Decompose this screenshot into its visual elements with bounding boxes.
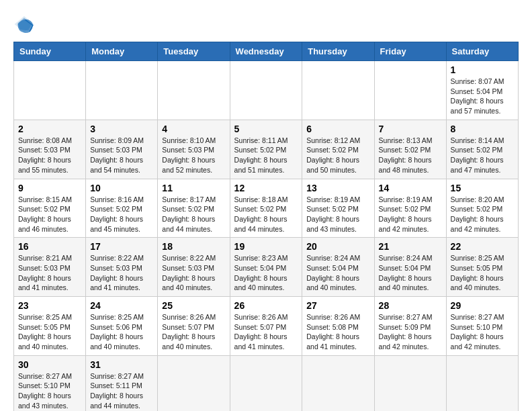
day-number: 27 (306, 300, 369, 311)
calendar-cell: 22 Sunrise: 8:25 AMSunset: 5:05 PMDaylig… (446, 238, 518, 297)
day-number: 16 (18, 241, 81, 252)
calendar-cell: 15 Sunrise: 8:20 AMSunset: 5:02 PMDaylig… (446, 179, 518, 238)
day-number: 29 (451, 300, 514, 311)
day-number: 31 (90, 359, 153, 370)
calendar-cell (158, 61, 230, 120)
calendar-cell: 24 Sunrise: 8:25 AMSunset: 5:06 PMDaylig… (86, 297, 158, 356)
day-detail: Sunrise: 8:17 AMSunset: 5:02 PMDaylight:… (162, 195, 225, 234)
calendar-cell (158, 355, 230, 411)
calendar-cell: 28 Sunrise: 8:27 AMSunset: 5:09 PMDaylig… (374, 297, 446, 356)
calendar-cell: 12 Sunrise: 8:18 AMSunset: 5:02 PMDaylig… (230, 179, 302, 238)
calendar-cell (302, 355, 374, 411)
day-detail: Sunrise: 8:07 AMSunset: 5:04 PMDaylight:… (451, 77, 514, 116)
calendar-day-header: Monday (86, 42, 158, 61)
calendar-cell: 10 Sunrise: 8:16 AMSunset: 5:02 PMDaylig… (86, 179, 158, 238)
day-detail: Sunrise: 8:27 AMSunset: 5:09 PMDaylight:… (379, 312, 442, 352)
calendar-cell: 7 Sunrise: 8:13 AMSunset: 5:02 PMDayligh… (374, 120, 446, 179)
calendar-week-row: 16 Sunrise: 8:21 AMSunset: 5:03 PMDaylig… (14, 238, 519, 297)
logo (13, 13, 39, 35)
calendar-cell (374, 61, 446, 120)
day-detail: Sunrise: 8:10 AMSunset: 5:03 PMDaylight:… (162, 136, 225, 175)
calendar-week-row: 23 Sunrise: 8:25 AMSunset: 5:05 PMDaylig… (14, 297, 519, 356)
calendar-day-header: Sunday (14, 42, 86, 61)
calendar-cell: 31 Sunrise: 8:27 AMSunset: 5:11 PMDaylig… (86, 355, 158, 411)
calendar-day-header: Friday (374, 42, 446, 61)
day-number: 2 (18, 124, 81, 134)
calendar-cell (230, 61, 302, 120)
day-detail: Sunrise: 8:26 AMSunset: 5:07 PMDaylight:… (234, 312, 298, 352)
calendar-cell: 2 Sunrise: 8:08 AMSunset: 5:03 PMDayligh… (14, 120, 86, 179)
calendar-cell: 21 Sunrise: 8:24 AMSunset: 5:04 PMDaylig… (374, 238, 446, 297)
page-header (13, 13, 519, 35)
day-detail: Sunrise: 8:27 AMSunset: 5:10 PMDaylight:… (451, 312, 514, 352)
day-detail: Sunrise: 8:25 AMSunset: 5:05 PMDaylight:… (18, 312, 81, 352)
day-number: 15 (451, 183, 514, 193)
day-detail: Sunrise: 8:19 AMSunset: 5:02 PMDaylight:… (379, 195, 442, 234)
day-detail: Sunrise: 8:08 AMSunset: 5:03 PMDaylight:… (18, 136, 81, 175)
calendar-cell: 4 Sunrise: 8:10 AMSunset: 5:03 PMDayligh… (158, 120, 230, 179)
calendar-cell: 16 Sunrise: 8:21 AMSunset: 5:03 PMDaylig… (14, 238, 86, 297)
calendar-day-header: Tuesday (158, 42, 230, 61)
calendar-cell: 20 Sunrise: 8:24 AMSunset: 5:04 PMDaylig… (302, 238, 374, 297)
calendar-cell: 1 Sunrise: 8:07 AMSunset: 5:04 PMDayligh… (446, 61, 518, 120)
calendar-week-row: 9 Sunrise: 8:15 AMSunset: 5:02 PMDayligh… (14, 179, 519, 238)
calendar-cell: 18 Sunrise: 8:22 AMSunset: 5:03 PMDaylig… (158, 238, 230, 297)
day-detail: Sunrise: 8:27 AMSunset: 5:10 PMDaylight:… (18, 371, 81, 411)
day-number: 4 (162, 124, 225, 134)
day-number: 13 (306, 183, 369, 193)
calendar-week-row: 1 Sunrise: 8:07 AMSunset: 5:04 PMDayligh… (14, 61, 519, 120)
day-number: 1 (451, 64, 514, 75)
day-detail: Sunrise: 8:23 AMSunset: 5:04 PMDaylight:… (234, 253, 298, 293)
day-number: 23 (18, 300, 81, 311)
day-detail: Sunrise: 8:24 AMSunset: 5:04 PMDaylight:… (306, 253, 369, 293)
day-detail: Sunrise: 8:11 AMSunset: 5:02 PMDaylight:… (234, 136, 298, 175)
day-number: 20 (306, 241, 369, 252)
day-number: 21 (379, 241, 442, 252)
day-number: 28 (379, 300, 442, 311)
calendar-day-header: Saturday (446, 42, 518, 61)
calendar-header-row: SundayMondayTuesdayWednesdayThursdayFrid… (14, 42, 519, 61)
day-number: 17 (90, 241, 153, 252)
day-number: 12 (234, 183, 298, 193)
day-detail: Sunrise: 8:26 AMSunset: 5:08 PMDaylight:… (306, 312, 369, 352)
calendar-cell (230, 355, 302, 411)
day-detail: Sunrise: 8:25 AMSunset: 5:05 PMDaylight:… (451, 253, 514, 293)
calendar-cell: 26 Sunrise: 8:26 AMSunset: 5:07 PMDaylig… (230, 297, 302, 356)
day-number: 8 (451, 124, 514, 134)
day-detail: Sunrise: 8:22 AMSunset: 5:03 PMDaylight:… (90, 253, 153, 293)
day-number: 24 (90, 300, 153, 311)
day-number: 26 (234, 300, 298, 311)
day-detail: Sunrise: 8:18 AMSunset: 5:02 PMDaylight:… (234, 195, 298, 234)
day-number: 5 (234, 124, 298, 134)
day-number: 18 (162, 241, 225, 252)
day-number: 19 (234, 241, 298, 252)
day-number: 10 (90, 183, 153, 193)
day-detail: Sunrise: 8:21 AMSunset: 5:03 PMDaylight:… (18, 253, 81, 293)
calendar-day-header: Wednesday (230, 42, 302, 61)
calendar-cell: 19 Sunrise: 8:23 AMSunset: 5:04 PMDaylig… (230, 238, 302, 297)
day-number: 6 (306, 124, 369, 134)
day-detail: Sunrise: 8:16 AMSunset: 5:02 PMDaylight:… (90, 195, 153, 234)
day-detail: Sunrise: 8:15 AMSunset: 5:02 PMDaylight:… (18, 195, 81, 234)
day-number: 11 (162, 183, 225, 193)
day-detail: Sunrise: 8:20 AMSunset: 5:02 PMDaylight:… (451, 195, 514, 234)
calendar-cell: 9 Sunrise: 8:15 AMSunset: 5:02 PMDayligh… (14, 179, 86, 238)
calendar-cell (446, 355, 518, 411)
day-detail: Sunrise: 8:22 AMSunset: 5:03 PMDaylight:… (162, 253, 225, 293)
calendar-week-row: 30 Sunrise: 8:27 AMSunset: 5:10 PMDaylig… (14, 355, 519, 411)
day-detail: Sunrise: 8:24 AMSunset: 5:04 PMDaylight:… (379, 253, 442, 293)
calendar-day-header: Thursday (302, 42, 374, 61)
day-number: 9 (18, 183, 81, 193)
calendar-cell: 3 Sunrise: 8:09 AMSunset: 5:03 PMDayligh… (86, 120, 158, 179)
day-detail: Sunrise: 8:26 AMSunset: 5:07 PMDaylight:… (162, 312, 225, 352)
day-number: 22 (451, 241, 514, 252)
day-detail: Sunrise: 8:27 AMSunset: 5:11 PMDaylight:… (90, 371, 153, 411)
logo-icon (13, 13, 35, 35)
day-number: 30 (18, 359, 81, 370)
calendar-cell: 25 Sunrise: 8:26 AMSunset: 5:07 PMDaylig… (158, 297, 230, 356)
calendar-cell (374, 355, 446, 411)
calendar-cell: 17 Sunrise: 8:22 AMSunset: 5:03 PMDaylig… (86, 238, 158, 297)
calendar-cell: 11 Sunrise: 8:17 AMSunset: 5:02 PMDaylig… (158, 179, 230, 238)
calendar-cell: 23 Sunrise: 8:25 AMSunset: 5:05 PMDaylig… (14, 297, 86, 356)
calendar-cell: 6 Sunrise: 8:12 AMSunset: 5:02 PMDayligh… (302, 120, 374, 179)
